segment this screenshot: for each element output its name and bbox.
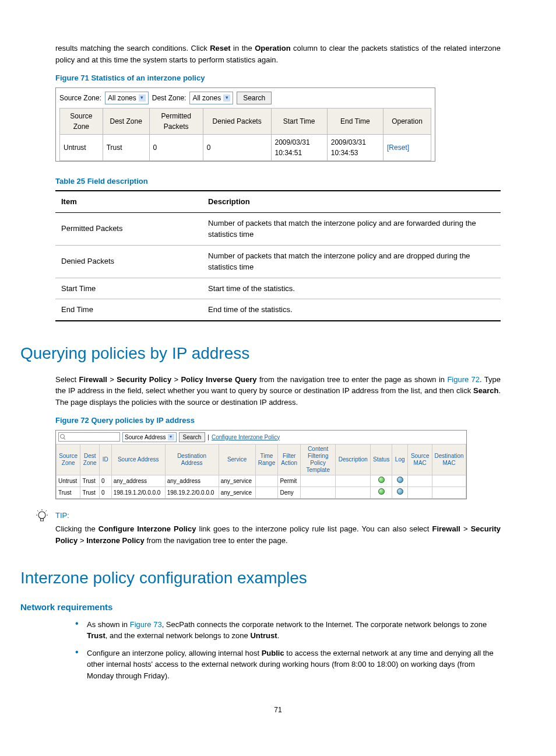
- col-id: ID: [99, 444, 111, 475]
- col-dest-address: Destination Address: [165, 444, 219, 475]
- text: >: [78, 536, 86, 545]
- col-dest-zone: Dest Zone: [103, 108, 149, 134]
- figure-73-ref[interactable]: Figure 73: [130, 620, 162, 629]
- page-number: 71: [55, 705, 501, 715]
- col-dest-mac: Destination MAC: [432, 444, 466, 475]
- source-zone-select[interactable]: All zones ▾: [105, 92, 149, 104]
- chevron-down-icon: ▾: [168, 434, 174, 440]
- text: Clicking the: [55, 524, 98, 533]
- cell: any_address: [165, 475, 219, 487]
- col-permitted: Permitted Packets: [149, 108, 203, 134]
- col-description: Description: [202, 191, 501, 212]
- cell-source-zone: Untrust: [60, 134, 103, 160]
- status-on-icon: [378, 477, 385, 483]
- nav-firewall: Firewall: [432, 524, 460, 533]
- cell-permitted: 0: [149, 134, 203, 160]
- search-button[interactable]: Search: [237, 92, 272, 104]
- text: from the navigation tree to enter the pa…: [145, 536, 288, 545]
- operation-word: Operation: [255, 44, 290, 52]
- col-start-time: Start Time: [271, 108, 327, 134]
- figure-71-caption: Figure 71 Statistics of an interzone pol…: [55, 72, 501, 84]
- cell-desc: End time of the statistics.: [202, 299, 501, 321]
- cell: [301, 475, 336, 487]
- table-row: Denied PacketsNumber of packets that mat…: [55, 245, 501, 278]
- cell: [408, 487, 432, 498]
- tip-icon: [36, 509, 48, 528]
- text: >: [107, 375, 117, 384]
- tip-label: TIP:: [55, 510, 501, 522]
- text: >: [460, 524, 471, 533]
- col-denied: Denied Packets: [203, 108, 271, 134]
- cell-dest-zone: Trust: [103, 134, 149, 160]
- cell-log: [392, 475, 408, 487]
- cell: [336, 487, 371, 498]
- cell-denied: 0: [203, 134, 271, 160]
- cell: 198.19.1.2/0.0.0.0: [111, 487, 165, 498]
- svg-line-6: [46, 510, 47, 512]
- col-description: Description: [336, 444, 371, 475]
- col-service: Service: [219, 444, 255, 475]
- cell-operation: [Reset]: [383, 134, 431, 160]
- figure-72-table: Source Zone Dest Zone ID Source Address …: [56, 444, 466, 499]
- requirements-list: As shown in Figure 73, SecPath connects …: [75, 619, 501, 682]
- source-zone-label: Source Zone:: [59, 93, 101, 103]
- cell-desc: Number of packets that match the interzo…: [202, 245, 501, 278]
- text: results matching the search conditions. …: [55, 44, 210, 52]
- col-end-time: End Time: [327, 108, 383, 134]
- figure-72-ref[interactable]: Figure 72: [447, 375, 480, 384]
- cell-start-time: 2009/03/31 10:34:51: [271, 134, 327, 160]
- cell: [336, 475, 371, 487]
- cell-end-time: 2009/03/31 10:34:53: [327, 134, 383, 160]
- dest-zone-label: Dest Zone:: [152, 93, 186, 103]
- text: , SecPath connects the corporate network…: [162, 620, 487, 629]
- table-header-row: Source Zone Dest Zone ID Source Address …: [57, 444, 466, 475]
- table-row: Start TimeStart time of the statistics.: [55, 278, 501, 299]
- cell-log: [392, 487, 408, 498]
- cell: Deny: [278, 487, 301, 498]
- heading-interzone-examples: Interzone policy configuration examples: [20, 566, 501, 590]
- configure-interzone-policy-link[interactable]: Configure Interzone Policy: [212, 433, 280, 442]
- select-value: All zones: [108, 93, 136, 103]
- zone-untrust: Untrust: [250, 631, 277, 640]
- cell-desc: Start time of the statistics.: [202, 278, 501, 299]
- figure-72: Source Address ▾ Search | Configure Inte…: [55, 430, 467, 499]
- status-on-icon: [378, 488, 385, 495]
- table-25-caption: Table 25 Field description: [55, 176, 501, 187]
- heading-querying-policies: Querying policies by IP address: [20, 341, 501, 366]
- nav-security-policy: Security Policy: [117, 375, 171, 384]
- cell-status: [371, 475, 392, 487]
- col-operation: Operation: [383, 108, 431, 134]
- cell: 0: [99, 487, 111, 498]
- search-button[interactable]: Search: [179, 432, 206, 442]
- cell-desc: Number of packets that match the interzo…: [202, 212, 501, 245]
- cell: any_address: [111, 475, 165, 487]
- table-header-row: Source Zone Dest Zone Permitted Packets …: [60, 108, 431, 134]
- table-row: Untrust Trust 0 any_address any_address …: [57, 475, 466, 487]
- col-log: Log: [392, 444, 408, 475]
- ip-address-input[interactable]: [58, 432, 120, 442]
- nav-interzone-policy: Interzone Policy: [86, 536, 145, 545]
- text: from the navigation tree to enter the pa…: [257, 375, 448, 384]
- dest-zone-select[interactable]: All zones ▾: [189, 92, 233, 104]
- table-25: Item Description Permitted PacketsNumber…: [55, 190, 501, 321]
- log-on-icon: [397, 488, 403, 495]
- text: >: [171, 375, 181, 384]
- cell: [432, 475, 466, 487]
- nav-firewall: Firewall: [79, 375, 107, 384]
- col-filter-action: Filter Action: [278, 444, 301, 475]
- figure-71-controls: Source Zone: All zones ▾ Dest Zone: All …: [59, 92, 431, 104]
- cell: Untrust: [57, 475, 80, 487]
- separator: |: [207, 433, 209, 442]
- cell: any_service: [219, 475, 255, 487]
- cell: [255, 487, 278, 498]
- text: Configure an interzone policy, allowing …: [87, 649, 262, 657]
- address-type-select[interactable]: Source Address ▾: [122, 432, 177, 442]
- tip-block: TIP: Clicking the Configure Interzone Po…: [55, 510, 501, 547]
- col-source-address: Source Address: [111, 444, 165, 475]
- cell-item: Denied Packets: [55, 245, 202, 278]
- text: , and the external network belongs to zo…: [105, 631, 251, 640]
- search-icon: [60, 434, 66, 440]
- col-status: Status: [371, 444, 392, 475]
- cell-item: Start Time: [55, 278, 202, 299]
- reset-link[interactable]: [Reset]: [387, 144, 409, 152]
